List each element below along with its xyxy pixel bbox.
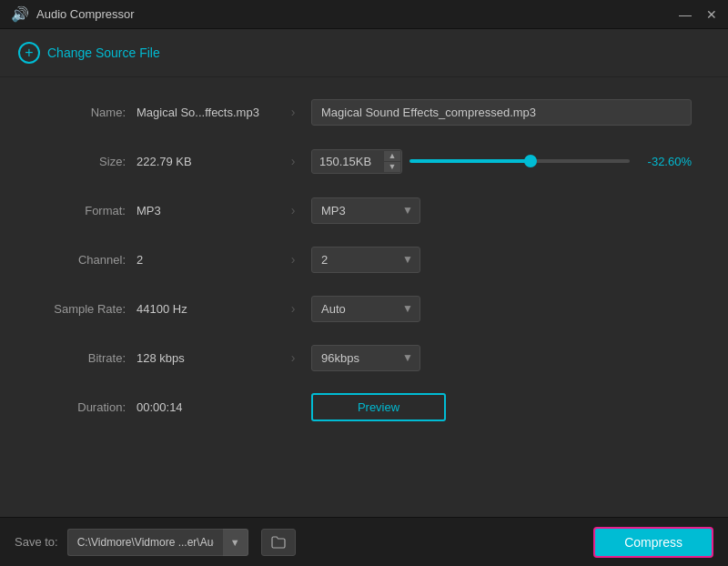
duration-label: Duration: bbox=[36, 400, 136, 414]
compress-button[interactable]: Compress bbox=[593, 527, 713, 558]
app-title: Audio Compressor bbox=[36, 7, 135, 21]
size-slider-thumb[interactable] bbox=[524, 155, 537, 167]
format-select-wrap: MP3 AAC OGG WAV FLAC ▼ bbox=[311, 197, 420, 224]
name-output-input[interactable] bbox=[311, 99, 692, 126]
bottom-bar: Save to: ▼ Compress bbox=[0, 517, 728, 566]
title-bar: 🔊 Audio Compressor — ✕ bbox=[0, 0, 728, 29]
channel-control: 1 2 Auto ▼ bbox=[311, 247, 692, 273]
name-source-value: Magical So...ffects.mp3 bbox=[136, 106, 282, 119]
duration-control: Preview bbox=[311, 393, 692, 421]
channel-select-wrap: 1 2 Auto ▼ bbox=[311, 247, 420, 273]
sample-rate-source-value: 44100 Hz bbox=[136, 302, 282, 316]
size-control: ▲ ▼ -32.60% bbox=[311, 149, 692, 174]
channel-arrow: › bbox=[282, 252, 304, 267]
format-source-value: MP3 bbox=[136, 204, 282, 217]
size-up-button[interactable]: ▲ bbox=[384, 151, 400, 161]
window-controls: — ✕ bbox=[679, 8, 717, 21]
add-icon: + bbox=[18, 42, 40, 64]
size-source-value: 222.79 KB bbox=[136, 155, 282, 168]
title-bar-left: 🔊 Audio Compressor bbox=[11, 5, 135, 23]
change-source-label: Change Source File bbox=[47, 45, 160, 60]
name-output-wrap bbox=[311, 99, 692, 126]
name-row: Name: Magical So...ffects.mp3 › bbox=[36, 96, 692, 128]
bitrate-source-value: 128 kbps bbox=[136, 351, 282, 365]
toolbar: + Change Source File bbox=[0, 29, 728, 77]
save-to-label: Save to: bbox=[15, 535, 58, 549]
name-arrow: › bbox=[282, 105, 304, 119]
preview-button[interactable]: Preview bbox=[311, 393, 446, 421]
size-slider-track[interactable] bbox=[410, 159, 630, 163]
format-control: MP3 AAC OGG WAV FLAC ▼ bbox=[311, 197, 692, 224]
sample-rate-control: Auto 44100 Hz 22050 Hz 11025 Hz ▼ bbox=[311, 296, 692, 322]
size-down-button[interactable]: ▼ bbox=[384, 162, 400, 172]
bitrate-row: Bitrate: 128 kbps › 96kbps 128kbps 192kb… bbox=[36, 341, 692, 374]
open-folder-button[interactable] bbox=[261, 529, 296, 556]
change-source-button[interactable]: + Change Source File bbox=[18, 42, 160, 64]
save-path-dropdown-button[interactable]: ▼ bbox=[223, 529, 248, 556]
channel-label: Channel: bbox=[36, 253, 136, 267]
sample-rate-select-wrap: Auto 44100 Hz 22050 Hz 11025 Hz ▼ bbox=[311, 296, 420, 322]
format-row: Format: MP3 › MP3 AAC OGG WAV FLAC ▼ bbox=[36, 194, 692, 227]
bitrate-select-wrap: 96kbps 128kbps 192kbps 256kbps 320kbps ▼ bbox=[311, 345, 420, 371]
format-label: Format: bbox=[36, 204, 136, 217]
folder-icon bbox=[271, 536, 286, 549]
sample-rate-arrow: › bbox=[282, 301, 304, 316]
main-content: Name: Magical So...ffects.mp3 › Size: 22… bbox=[0, 77, 728, 458]
size-row: Size: 222.79 KB › ▲ ▼ -32.60% bbox=[36, 145, 692, 177]
save-path-group: ▼ bbox=[67, 529, 248, 556]
sample-rate-row: Sample Rate: 44100 Hz › Auto 44100 Hz 22… bbox=[36, 292, 692, 325]
save-path-input[interactable] bbox=[67, 529, 223, 556]
size-spinner: ▲ ▼ bbox=[384, 151, 400, 172]
duration-value: 00:00:14 bbox=[136, 400, 282, 414]
size-arrow: › bbox=[282, 154, 304, 168]
duration-row: Duration: 00:00:14 › Preview bbox=[36, 390, 692, 423]
sample-rate-select[interactable]: Auto 44100 Hz 22050 Hz 11025 Hz bbox=[311, 296, 420, 322]
name-label: Name: bbox=[36, 106, 136, 119]
channel-source-value: 2 bbox=[136, 253, 282, 267]
minimize-button[interactable]: — bbox=[679, 8, 692, 21]
format-arrow: › bbox=[282, 203, 304, 217]
size-input-wrap: ▲ ▼ bbox=[311, 149, 402, 174]
bitrate-select[interactable]: 96kbps 128kbps 192kbps 256kbps 320kbps bbox=[311, 345, 420, 371]
sample-rate-label: Sample Rate: bbox=[36, 302, 136, 316]
close-button[interactable]: ✕ bbox=[706, 8, 717, 21]
channel-select[interactable]: 1 2 Auto bbox=[311, 247, 420, 273]
size-pct-label: -32.60% bbox=[637, 155, 692, 168]
bitrate-arrow: › bbox=[282, 350, 304, 365]
app-icon: 🔊 bbox=[11, 5, 29, 23]
channel-row: Channel: 2 › 1 2 Auto ▼ bbox=[36, 243, 692, 276]
size-label: Size: bbox=[36, 155, 136, 168]
bitrate-label: Bitrate: bbox=[36, 351, 136, 365]
bitrate-control: 96kbps 128kbps 192kbps 256kbps 320kbps ▼ bbox=[311, 345, 692, 371]
format-select[interactable]: MP3 AAC OGG WAV FLAC bbox=[311, 197, 420, 224]
